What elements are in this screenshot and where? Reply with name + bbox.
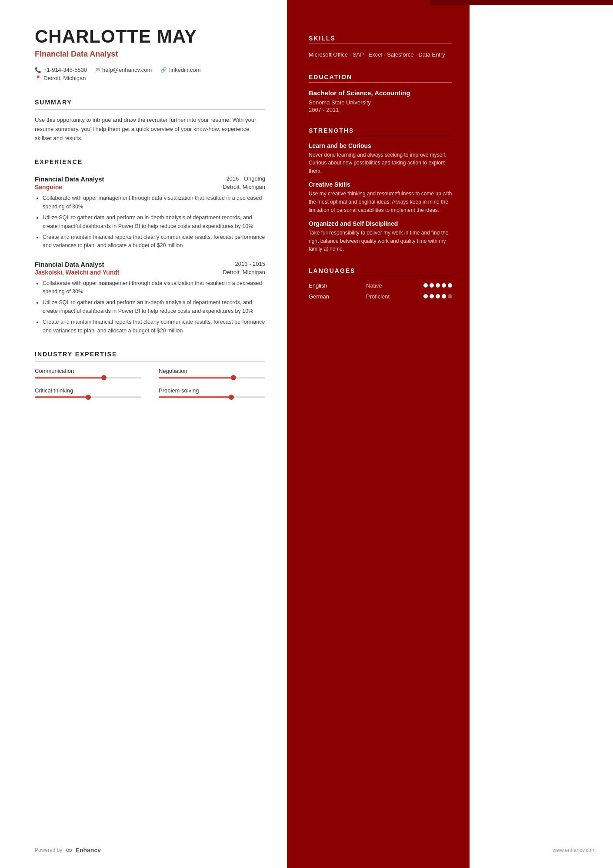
education-section: EDUCATION Bachelor of Science, Accountin… xyxy=(309,74,452,113)
location-icon: 📍 xyxy=(35,75,41,81)
expertise-bar-bg-2 xyxy=(159,377,265,379)
exp2-bullet-3: Create and maintain financial reports th… xyxy=(43,318,265,335)
lang-dot-2-3 xyxy=(436,294,440,298)
contact-email: ✉ help@enhancv.com xyxy=(96,67,152,73)
link-icon: 🔗 xyxy=(160,67,167,73)
summary-title: SUMMARY xyxy=(35,99,265,106)
expertise-bar-bg-3 xyxy=(35,396,141,398)
job-title: Financial Data Analyst xyxy=(35,50,265,59)
expertise-item-1: Communication xyxy=(35,368,141,379)
languages-title: LANGUAGES xyxy=(309,267,452,274)
expertise-title: INDUSTRY EXPERTISE xyxy=(35,351,265,358)
lang-dot-1-1 xyxy=(423,283,428,288)
expertise-bar-fill-2 xyxy=(159,377,233,379)
email-icon: ✉ xyxy=(96,67,100,73)
lang-dots-2 xyxy=(423,294,452,298)
expertise-dot-3 xyxy=(86,395,91,400)
exp1-bullet-3: Create and maintain financial reports th… xyxy=(43,233,265,250)
strength-title-1: Learn and be Curious xyxy=(309,142,452,149)
strength-text-1: Never done learning and always seeking t… xyxy=(309,151,452,175)
expertise-label-3: Critical thinking xyxy=(35,387,141,394)
summary-divider xyxy=(35,109,265,110)
language-row-1: English Native xyxy=(309,282,452,289)
expertise-bar-fill-4 xyxy=(159,396,231,398)
phone-icon: 📞 xyxy=(35,67,41,73)
contact-info: 📞 +1-914-345-5530 ✉ help@enhancv.com 🔗 l… xyxy=(35,67,265,81)
language-row-2: German Proficient xyxy=(309,293,452,300)
exp2-company: Jaskolski, Waelchi and Yundt xyxy=(35,269,120,276)
lang-level-1: Native xyxy=(366,282,401,289)
powered-by-text: Powered by xyxy=(35,847,62,853)
skills-section: SKILLS Microsoft Office · SAP · Excel · … xyxy=(309,35,452,60)
expertise-label-1: Communication xyxy=(35,368,141,374)
expertise-grid: Communication Negotiation xyxy=(35,368,265,398)
expertise-section: INDUSTRY EXPERTISE Communication Negotia… xyxy=(35,351,265,398)
skills-divider xyxy=(309,44,452,44)
strength-text-2: Use my creative thinking and resourceful… xyxy=(309,190,452,214)
exp2-title: Financial Data Analyst xyxy=(35,261,104,268)
summary-section: SUMMARY Use this opportunity to intrigue… xyxy=(35,99,265,143)
candidate-name: CHARLOTTE MAY xyxy=(35,26,265,47)
languages-divider xyxy=(309,276,452,276)
expertise-bar-fill-1 xyxy=(35,377,104,379)
lang-dot-1-3 xyxy=(436,283,440,288)
skills-title: SKILLS xyxy=(309,35,452,42)
contact-linkedin: 🔗 linkedin.com xyxy=(160,67,200,73)
lang-dots-1 xyxy=(423,283,452,288)
skills-text: Microsoft Office · SAP · Excel · Salesfo… xyxy=(309,50,452,60)
exp1-bullet-1: Collaborate with upper management throug… xyxy=(43,194,265,211)
exp1-location: Detroit, Michigan xyxy=(223,184,265,190)
enhancv-logo-icon: ∞ xyxy=(66,845,72,855)
lang-dot-2-1 xyxy=(423,294,428,298)
lang-name-2: German xyxy=(309,293,343,300)
expertise-dot-1 xyxy=(101,375,107,380)
lang-dot-2-5 xyxy=(448,294,452,298)
strengths-section: STRENGTHS Learn and be Curious Never don… xyxy=(309,127,452,253)
summary-text: Use this opportunity to intrigue and dra… xyxy=(35,116,265,143)
lang-name-1: English xyxy=(309,282,343,289)
expertise-label-2: Negotiation xyxy=(159,368,265,374)
strength-text-3: Take full responsibility to deliver my w… xyxy=(309,229,452,253)
lang-dot-1-4 xyxy=(442,283,446,288)
experience-divider xyxy=(35,169,265,169)
edu-degree: Bachelor of Science, Accounting xyxy=(309,89,452,97)
education-divider xyxy=(309,82,452,83)
lang-dot-1-5 xyxy=(448,283,452,288)
experience-section: EXPERIENCE Financial Data Analyst 2016 -… xyxy=(35,158,265,335)
exp2-bullet-2: Utilize SQL to gather data and perform a… xyxy=(43,298,265,315)
contact-location: 📍 Detroit, Michigan xyxy=(35,75,265,81)
lang-level-2: Proficient xyxy=(366,293,401,300)
languages-section: LANGUAGES English Native German Proficie… xyxy=(309,267,452,300)
expertise-item-4: Problem solving xyxy=(159,387,265,398)
expertise-divider xyxy=(35,361,265,362)
experience-title: EXPERIENCE xyxy=(35,158,265,165)
expertise-item-3: Critical thinking xyxy=(35,387,141,398)
expertise-dot-2 xyxy=(231,375,236,380)
exp1-dates: 2016 - Ongoing xyxy=(226,175,265,182)
expertise-bar-bg-1 xyxy=(35,377,141,379)
exp2-dates: 2013 - 2015 xyxy=(235,261,265,267)
exp1-bullets: Collaborate with upper management throug… xyxy=(35,194,265,250)
experience-entry-2: Financial Data Analyst 2013 - 2015 Jasko… xyxy=(35,261,265,335)
exp1-bullet-2: Utilize SQL to gather data and perform a… xyxy=(43,214,265,231)
lang-dot-2-4 xyxy=(442,294,446,298)
lang-dot-2-2 xyxy=(430,294,434,298)
expertise-bar-fill-3 xyxy=(35,396,88,398)
footer-website: www.enhancv.com xyxy=(553,847,596,853)
footer-left: Powered by ∞ Enhancv xyxy=(35,845,101,855)
expertise-dot-4 xyxy=(229,395,234,400)
exp1-company: Sanguine xyxy=(35,184,62,191)
strengths-divider xyxy=(309,136,452,136)
lang-dot-1-2 xyxy=(430,283,434,288)
contact-phone: 📞 +1-914-345-5530 xyxy=(35,67,87,73)
enhancv-brand: Enhancv xyxy=(76,847,101,854)
expertise-label-4: Problem solving xyxy=(159,387,265,394)
exp1-title: Financial Data Analyst xyxy=(35,175,104,183)
exp2-location: Detroit, Michigan xyxy=(223,269,265,275)
edu-school: Sonoma State University xyxy=(309,99,452,106)
strength-title-2: Creative Skills xyxy=(309,181,452,188)
expertise-bar-bg-4 xyxy=(159,396,265,398)
exp2-bullet-1: Collaborate with upper management throug… xyxy=(43,279,265,296)
strengths-title: STRENGTHS xyxy=(309,127,452,134)
strength-title-3: Organized and Self Disciplined xyxy=(309,220,452,227)
